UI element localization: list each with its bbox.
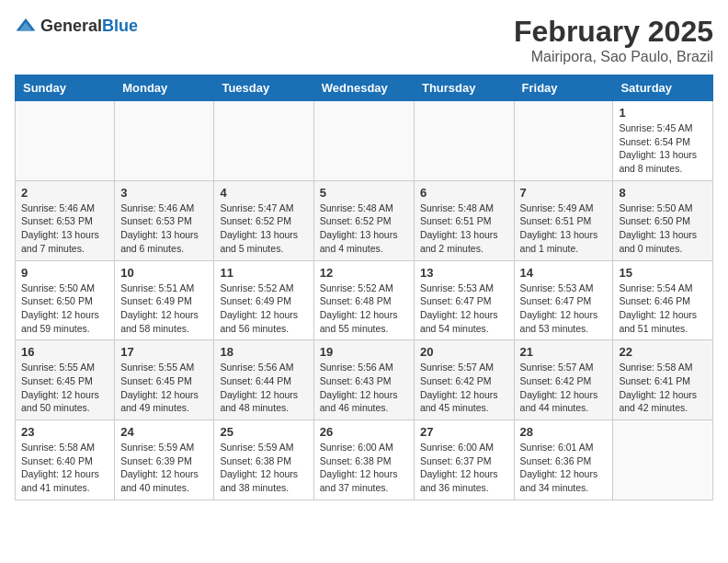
calendar-week-row: 16Sunrise: 5:55 AM Sunset: 6:45 PM Dayli… bbox=[16, 340, 713, 420]
day-info: Sunrise: 5:55 AM Sunset: 6:45 PM Dayligh… bbox=[120, 361, 208, 415]
day-number: 8 bbox=[619, 186, 707, 200]
calendar-cell: 8Sunrise: 5:50 AM Sunset: 6:50 PM Daylig… bbox=[613, 180, 713, 260]
day-info: Sunrise: 5:53 AM Sunset: 6:47 PM Dayligh… bbox=[520, 282, 608, 336]
day-number: 18 bbox=[220, 345, 307, 359]
calendar-cell: 4Sunrise: 5:47 AM Sunset: 6:52 PM Daylig… bbox=[214, 180, 313, 260]
day-info: Sunrise: 5:45 AM Sunset: 6:54 PM Dayligh… bbox=[619, 121, 707, 176]
weekday-header: Monday bbox=[115, 75, 214, 101]
logo-text: GeneralBlue bbox=[40, 17, 138, 36]
day-info: Sunrise: 5:54 AM Sunset: 6:46 PM Dayligh… bbox=[619, 282, 707, 336]
day-number: 15 bbox=[619, 266, 707, 280]
day-info: Sunrise: 5:52 AM Sunset: 6:49 PM Dayligh… bbox=[220, 282, 307, 336]
calendar-cell: 7Sunrise: 5:49 AM Sunset: 6:51 PM Daylig… bbox=[514, 180, 613, 260]
day-number: 16 bbox=[21, 345, 108, 359]
day-number: 12 bbox=[320, 266, 408, 280]
calendar-cell: 13Sunrise: 5:53 AM Sunset: 6:47 PM Dayli… bbox=[414, 260, 514, 340]
day-info: Sunrise: 5:59 AM Sunset: 6:38 PM Dayligh… bbox=[220, 441, 307, 495]
calendar-cell bbox=[214, 101, 313, 181]
day-number: 28 bbox=[520, 425, 608, 439]
day-info: Sunrise: 5:56 AM Sunset: 6:43 PM Dayligh… bbox=[320, 361, 408, 415]
day-number: 24 bbox=[120, 425, 208, 439]
calendar-cell bbox=[414, 101, 514, 181]
page-header: GeneralBlue February 2025 Mairipora, Sao… bbox=[15, 15, 713, 65]
day-number: 9 bbox=[21, 266, 108, 280]
day-info: Sunrise: 5:57 AM Sunset: 6:42 PM Dayligh… bbox=[420, 361, 508, 415]
day-number: 2 bbox=[21, 186, 108, 200]
day-number: 27 bbox=[420, 425, 508, 439]
calendar-cell: 23Sunrise: 5:58 AM Sunset: 6:40 PM Dayli… bbox=[16, 420, 115, 500]
calendar-cell bbox=[313, 101, 414, 181]
calendar-cell: 3Sunrise: 5:46 AM Sunset: 6:53 PM Daylig… bbox=[115, 180, 214, 260]
calendar-cell: 19Sunrise: 5:56 AM Sunset: 6:43 PM Dayli… bbox=[313, 340, 414, 420]
calendar-cell: 22Sunrise: 5:58 AM Sunset: 6:41 PM Dayli… bbox=[613, 340, 713, 420]
day-info: Sunrise: 6:00 AM Sunset: 6:38 PM Dayligh… bbox=[320, 441, 408, 495]
calendar-cell: 10Sunrise: 5:51 AM Sunset: 6:49 PM Dayli… bbox=[115, 260, 214, 340]
day-info: Sunrise: 5:47 AM Sunset: 6:52 PM Dayligh… bbox=[220, 201, 307, 256]
calendar-week-row: 2Sunrise: 5:46 AM Sunset: 6:53 PM Daylig… bbox=[16, 180, 713, 260]
calendar-cell: 9Sunrise: 5:50 AM Sunset: 6:50 PM Daylig… bbox=[16, 260, 115, 340]
day-number: 26 bbox=[320, 425, 408, 439]
weekday-header: Tuesday bbox=[214, 75, 313, 101]
day-number: 5 bbox=[320, 186, 408, 200]
day-number: 21 bbox=[520, 345, 608, 359]
logo-blue: Blue bbox=[102, 17, 138, 35]
calendar-cell: 12Sunrise: 5:52 AM Sunset: 6:48 PM Dayli… bbox=[313, 260, 414, 340]
day-number: 13 bbox=[420, 266, 508, 280]
calendar-cell: 20Sunrise: 5:57 AM Sunset: 6:42 PM Dayli… bbox=[414, 340, 514, 420]
day-info: Sunrise: 5:55 AM Sunset: 6:45 PM Dayligh… bbox=[21, 361, 108, 415]
calendar-cell: 25Sunrise: 5:59 AM Sunset: 6:38 PM Dayli… bbox=[214, 420, 313, 500]
calendar-cell bbox=[613, 420, 713, 500]
day-number: 19 bbox=[320, 345, 408, 359]
day-info: Sunrise: 5:59 AM Sunset: 6:39 PM Dayligh… bbox=[120, 441, 208, 495]
day-number: 20 bbox=[420, 345, 508, 359]
day-number: 22 bbox=[619, 345, 707, 359]
title-area: February 2025 Mairipora, Sao Paulo, Braz… bbox=[514, 15, 713, 65]
day-number: 23 bbox=[21, 425, 108, 439]
calendar-week-row: 1Sunrise: 5:45 AM Sunset: 6:54 PM Daylig… bbox=[16, 101, 713, 181]
day-info: Sunrise: 5:58 AM Sunset: 6:40 PM Dayligh… bbox=[21, 441, 108, 495]
calendar-cell: 15Sunrise: 5:54 AM Sunset: 6:46 PM Dayli… bbox=[613, 260, 713, 340]
calendar-cell: 21Sunrise: 5:57 AM Sunset: 6:42 PM Dayli… bbox=[514, 340, 613, 420]
calendar-cell: 27Sunrise: 6:00 AM Sunset: 6:37 PM Dayli… bbox=[414, 420, 514, 500]
calendar-cell: 17Sunrise: 5:55 AM Sunset: 6:45 PM Dayli… bbox=[115, 340, 214, 420]
day-info: Sunrise: 5:48 AM Sunset: 6:52 PM Dayligh… bbox=[320, 201, 408, 256]
calendar-cell: 16Sunrise: 5:55 AM Sunset: 6:45 PM Dayli… bbox=[16, 340, 115, 420]
weekday-header: Sunday bbox=[16, 75, 115, 101]
weekday-header: Saturday bbox=[613, 75, 713, 101]
calendar-cell: 1Sunrise: 5:45 AM Sunset: 6:54 PM Daylig… bbox=[613, 101, 713, 181]
day-info: Sunrise: 6:01 AM Sunset: 6:36 PM Dayligh… bbox=[520, 441, 608, 495]
day-number: 3 bbox=[120, 186, 208, 200]
calendar-cell: 11Sunrise: 5:52 AM Sunset: 6:49 PM Dayli… bbox=[214, 260, 313, 340]
calendar-cell bbox=[514, 101, 613, 181]
day-info: Sunrise: 6:00 AM Sunset: 6:37 PM Dayligh… bbox=[420, 441, 508, 495]
calendar-cell bbox=[115, 101, 214, 181]
day-info: Sunrise: 5:56 AM Sunset: 6:44 PM Dayligh… bbox=[220, 361, 307, 415]
day-info: Sunrise: 5:46 AM Sunset: 6:53 PM Dayligh… bbox=[21, 201, 108, 256]
day-info: Sunrise: 5:46 AM Sunset: 6:53 PM Dayligh… bbox=[120, 201, 208, 256]
day-number: 4 bbox=[220, 186, 307, 200]
calendar-cell: 18Sunrise: 5:56 AM Sunset: 6:44 PM Dayli… bbox=[214, 340, 313, 420]
logo-icon bbox=[15, 15, 37, 37]
calendar-table: SundayMondayTuesdayWednesdayThursdayFrid… bbox=[15, 75, 713, 500]
day-number: 6 bbox=[420, 186, 508, 200]
logo: GeneralBlue bbox=[15, 15, 138, 37]
day-info: Sunrise: 5:49 AM Sunset: 6:51 PM Dayligh… bbox=[520, 201, 608, 256]
location-title: Mairipora, Sao Paulo, Brazil bbox=[514, 49, 713, 65]
month-title: February 2025 bbox=[514, 15, 713, 49]
day-info: Sunrise: 5:50 AM Sunset: 6:50 PM Dayligh… bbox=[619, 201, 707, 256]
day-info: Sunrise: 5:51 AM Sunset: 6:49 PM Dayligh… bbox=[120, 282, 208, 336]
calendar-cell: 2Sunrise: 5:46 AM Sunset: 6:53 PM Daylig… bbox=[16, 180, 115, 260]
day-info: Sunrise: 5:53 AM Sunset: 6:47 PM Dayligh… bbox=[420, 282, 508, 336]
day-number: 10 bbox=[120, 266, 208, 280]
calendar-header-row: SundayMondayTuesdayWednesdayThursdayFrid… bbox=[16, 75, 713, 101]
day-number: 14 bbox=[520, 266, 608, 280]
day-number: 7 bbox=[520, 186, 608, 200]
day-number: 1 bbox=[619, 106, 707, 120]
calendar-cell: 5Sunrise: 5:48 AM Sunset: 6:52 PM Daylig… bbox=[313, 180, 414, 260]
calendar-week-row: 9Sunrise: 5:50 AM Sunset: 6:50 PM Daylig… bbox=[16, 260, 713, 340]
day-info: Sunrise: 5:50 AM Sunset: 6:50 PM Dayligh… bbox=[21, 282, 108, 336]
calendar-cell: 14Sunrise: 5:53 AM Sunset: 6:47 PM Dayli… bbox=[514, 260, 613, 340]
day-info: Sunrise: 5:57 AM Sunset: 6:42 PM Dayligh… bbox=[520, 361, 608, 415]
day-number: 17 bbox=[120, 345, 208, 359]
weekday-header: Friday bbox=[514, 75, 613, 101]
